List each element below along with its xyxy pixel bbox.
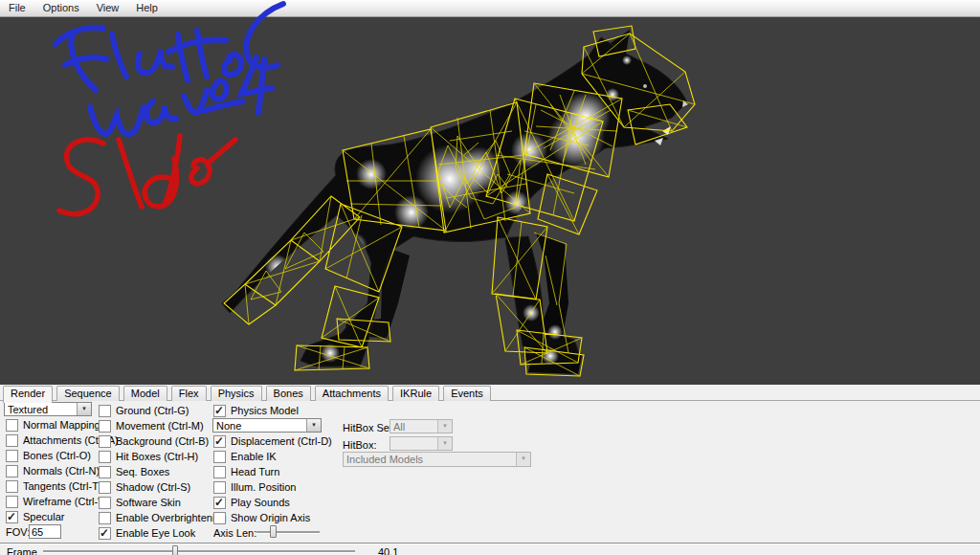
dropdown-arrow-icon: ▼ <box>437 437 452 450</box>
render-mode-select[interactable]: Textured ▼ <box>4 402 92 416</box>
tab-bones[interactable]: Bones <box>266 386 311 401</box>
checkbox-seq-boxes[interactable] <box>99 466 111 478</box>
checkbox-physics-model[interactable] <box>213 405 226 417</box>
axis-len-slider[interactable] <box>256 525 320 539</box>
menu-file[interactable]: File <box>0 1 34 15</box>
checkbox-software-skin[interactable] <box>99 497 111 509</box>
axis-len-slider-thumb[interactable] <box>270 525 277 538</box>
checkbox-normals[interactable] <box>6 465 18 477</box>
model-viewport[interactable] <box>0 16 980 385</box>
model-viewer-window: File Options View Help <box>0 0 980 555</box>
checkbox-background[interactable] <box>99 435 111 448</box>
menu-view[interactable]: View <box>88 1 128 15</box>
axis-len-slider-track[interactable] <box>256 531 320 534</box>
checkbox-shadow[interactable] <box>99 481 111 494</box>
tab-model[interactable]: Model <box>123 386 167 401</box>
hitbox-set-label: HitBox Set: <box>343 422 395 434</box>
checkbox-head-turn[interactable] <box>213 466 226 478</box>
checkbox-specular[interactable] <box>6 511 18 523</box>
frame-bar: Frame 40.1 <box>0 543 980 555</box>
fov-label: FOV: <box>6 526 30 539</box>
checkbox-hit-boxes[interactable] <box>99 451 111 463</box>
checkbox-bones[interactable] <box>6 450 18 462</box>
tab-strip: Render Sequence Model Flex Physics Bones… <box>0 386 980 401</box>
checkbox-ground[interactable] <box>99 405 111 417</box>
fov-input[interactable] <box>29 524 61 539</box>
frame-value: 40.1 <box>378 546 398 555</box>
checkbox-show-origin-axis[interactable] <box>213 512 226 524</box>
checkbox-enable-eye-look[interactable] <box>99 527 111 540</box>
frame-label: Frame <box>7 546 37 555</box>
dropdown-arrow-icon: ▼ <box>437 420 452 433</box>
wolf-model-render <box>0 16 980 385</box>
dropdown-arrow-icon[interactable]: ▼ <box>306 419 321 432</box>
hitbox-label: HitBox: <box>343 439 376 452</box>
checkbox-enable-overbrightening[interactable] <box>99 512 111 524</box>
checkbox-wireframe[interactable] <box>6 496 18 508</box>
checkbox-enable-ik[interactable] <box>213 451 226 463</box>
dropdown-arrow-icon[interactable]: ▼ <box>77 403 91 415</box>
menu-bar: File Options View Help <box>0 0 980 17</box>
tab-attachments[interactable]: Attachments <box>315 386 389 401</box>
dropdown-arrow-icon: ▼ <box>516 453 530 466</box>
hitbox-select[interactable]: ▼ <box>390 436 453 451</box>
overlay-mode-select[interactable]: None ▼ <box>212 418 322 433</box>
checkbox-normal-mapping[interactable] <box>6 419 18 432</box>
tab-render[interactable]: Render <box>3 386 53 403</box>
frame-slider[interactable] <box>43 544 355 555</box>
tab-events[interactable]: Events <box>443 386 491 401</box>
tab-physics[interactable]: Physics <box>211 386 262 401</box>
menu-help[interactable]: Help <box>127 1 167 15</box>
frame-slider-thumb[interactable] <box>172 545 178 555</box>
checkbox-movement[interactable] <box>99 420 111 433</box>
tab-sequence[interactable]: Sequence <box>56 386 120 401</box>
tab-ikrule[interactable]: IKRule <box>392 386 439 401</box>
checkbox-play-sounds[interactable] <box>213 497 226 509</box>
tab-flex[interactable]: Flex <box>171 386 207 401</box>
checkbox-displacement[interactable] <box>213 435 226 448</box>
hitbox-set-select[interactable]: All ▼ <box>390 419 453 433</box>
checkbox-tangents[interactable] <box>6 480 18 493</box>
control-panel: Render Sequence Model Flex Physics Bones… <box>0 385 980 543</box>
menu-options[interactable]: Options <box>34 1 88 15</box>
included-models-select[interactable]: Included Models ▼ <box>343 452 531 467</box>
checkbox-illum-position[interactable] <box>213 481 226 494</box>
checkbox-attachments[interactable] <box>6 434 18 447</box>
axis-len-label: Axis Len: <box>213 527 256 540</box>
frame-slider-track[interactable] <box>43 550 355 553</box>
